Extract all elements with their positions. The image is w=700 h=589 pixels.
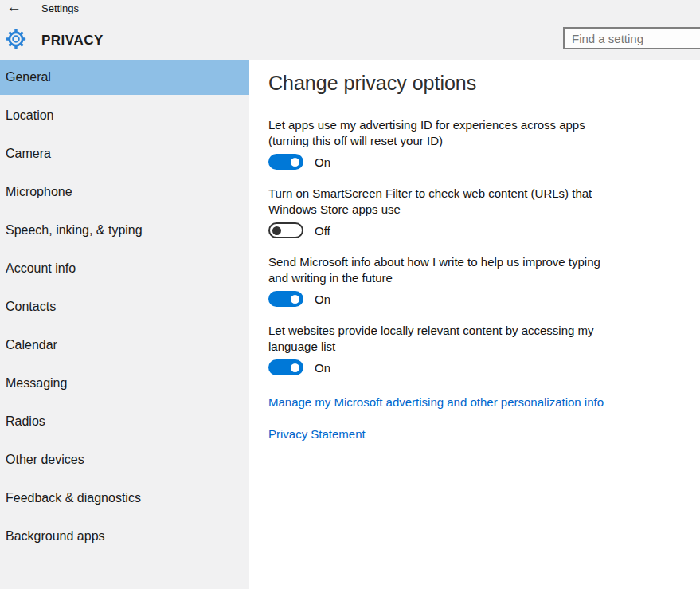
toggle-knob — [291, 295, 299, 304]
sidebar-item-feedback-diagnostics[interactable]: Feedback & diagnostics — [0, 481, 249, 516]
toggle-knob — [291, 363, 299, 372]
setting-label-line: Send Microsoft info about how I write to… — [268, 254, 635, 270]
sidebar-item-account-info[interactable]: Account info — [0, 251, 249, 286]
back-button[interactable]: ← — [6, 0, 22, 16]
toggle-smartscreen-filter[interactable] — [268, 222, 303, 238]
sidebar-item-speech-inking-typing[interactable]: Speech, inking, & typing — [0, 213, 249, 248]
setting-label: Let websites provide locally relevant co… — [268, 323, 700, 355]
window-title: Settings — [41, 2, 79, 14]
toggle-state-label: On — [315, 293, 330, 306]
sidebar-item-contacts[interactable]: Contacts — [0, 289, 249, 324]
privacy-settings-list: Let apps use my advertising ID for exper… — [268, 117, 700, 375]
sidebar-item-radios[interactable]: Radios — [0, 404, 249, 439]
toggle-state-label: Off — [315, 224, 330, 238]
sidebar-item-general[interactable]: General — [0, 60, 249, 95]
setting-label-line: Turn on SmartScreen Filter to check web … — [268, 186, 635, 202]
setting-label: Send Microsoft info about how I write to… — [268, 254, 700, 286]
toggle-row: On — [268, 291, 700, 307]
sidebar-item-other-devices[interactable]: Other devices — [0, 442, 249, 477]
settings-gear-icon — [6, 29, 26, 49]
toggle-advertising-id[interactable] — [268, 154, 303, 170]
sidebar-item-background-apps[interactable]: Background apps — [0, 519, 249, 554]
content-heading: Change privacy options — [268, 69, 700, 96]
setting-smartscreen-filter: Turn on SmartScreen Filter to check web … — [268, 186, 700, 238]
privacy-statement-link[interactable]: Privacy Statement — [268, 426, 700, 442]
toggle-row: On — [268, 154, 700, 170]
toggle-state-label: On — [315, 361, 330, 375]
setting-label-line: and writing in the future — [268, 270, 635, 286]
setting-language-list: Let websites provide locally relevant co… — [268, 323, 700, 375]
setting-typing-info: Send Microsoft info about how I write to… — [268, 254, 700, 307]
page-title: PRIVACY — [41, 33, 104, 49]
links-section: Manage my Microsoft advertising and othe… — [268, 395, 700, 442]
setting-label-line: language list — [268, 339, 635, 355]
sidebar-item-camera[interactable]: Camera — [0, 136, 249, 171]
setting-label: Turn on SmartScreen Filter to check web … — [268, 186, 700, 218]
privacy-sidebar: General Location Camera Microphone Speec… — [0, 60, 249, 589]
toggle-row: Off — [268, 222, 700, 238]
sidebar-item-microphone[interactable]: Microphone — [0, 175, 249, 210]
search-input[interactable] — [563, 27, 700, 49]
setting-advertising-id: Let apps use my advertising ID for exper… — [268, 117, 700, 170]
back-arrow-icon: ← — [6, 0, 22, 15]
setting-label-line: (turning this off will reset your ID) — [268, 133, 635, 149]
toggle-knob — [291, 158, 299, 167]
toggle-row: On — [268, 359, 700, 375]
toggle-typing-info[interactable] — [268, 291, 303, 307]
setting-label-line: Windows Store apps use — [268, 202, 635, 218]
toggle-knob — [272, 226, 281, 235]
setting-label-line: Let apps use my advertising ID for exper… — [268, 117, 635, 133]
sidebar-item-location[interactable]: Location — [0, 98, 249, 133]
sidebar-item-messaging[interactable]: Messaging — [0, 366, 249, 401]
manage-advertising-info-link[interactable]: Manage my Microsoft advertising and othe… — [268, 395, 700, 410]
setting-label-line: Let websites provide locally relevant co… — [268, 323, 635, 339]
toggle-state-label: On — [315, 155, 330, 169]
toggle-language-list[interactable] — [268, 359, 303, 375]
setting-label: Let apps use my advertising ID for exper… — [268, 117, 700, 149]
sidebar-item-calendar[interactable]: Calendar — [0, 328, 249, 363]
main-content: Change privacy options Let apps use my a… — [249, 60, 700, 589]
